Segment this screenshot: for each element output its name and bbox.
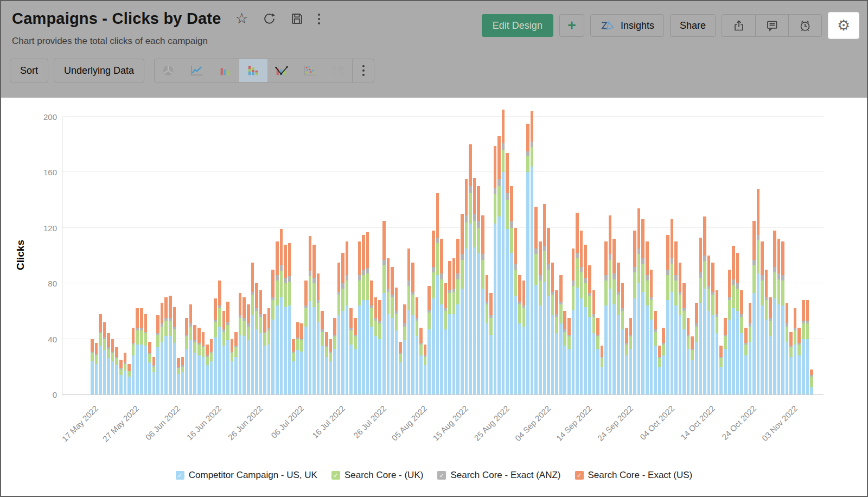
bar-day-148[interactable] [699, 238, 703, 394]
legend-checkbox[interactable]: ✓ [176, 471, 184, 480]
bar-day-109[interactable] [539, 241, 542, 394]
stacked-bar-chart-icon[interactable] [239, 59, 267, 82]
legend-item[interactable]: ✓Search Core - (UK) [331, 470, 423, 481]
bar-day-125[interactable] [604, 241, 608, 394]
bar-day-146[interactable] [691, 336, 694, 394]
bar-day-80[interactable] [419, 328, 423, 394]
legend-item[interactable]: ✓Search Core - Exact (US) [575, 470, 693, 481]
bar-day-18[interactable] [164, 297, 168, 394]
bar-day-110[interactable] [543, 204, 546, 394]
bar-day-158[interactable] [740, 290, 743, 394]
bar-day-56[interactable] [321, 311, 324, 394]
bar-day-113[interactable] [555, 290, 558, 394]
bar-day-170[interactable] [789, 332, 793, 394]
bar-day-160[interactable] [749, 303, 752, 394]
bar-day-60[interactable] [337, 263, 341, 394]
bar-day-46[interactable] [280, 229, 283, 394]
bar-day-27[interactable] [202, 332, 205, 394]
bar-day-97[interactable] [489, 293, 493, 394]
bar-day-85[interactable] [440, 239, 443, 394]
bar-day-79[interactable] [416, 297, 419, 394]
map-chart-icon[interactable] [324, 59, 352, 82]
legend-item[interactable]: ✓Search Core - Exact (ANZ) [437, 470, 560, 481]
legend-checkbox[interactable]: ✓ [437, 471, 446, 480]
bar-day-173[interactable] [802, 300, 805, 394]
bar-day-58[interactable] [329, 339, 333, 394]
bar-day-14[interactable] [148, 342, 151, 394]
bar-day-32[interactable] [222, 311, 226, 394]
bar-day-115[interactable] [563, 311, 566, 394]
bar-day-33[interactable] [226, 302, 229, 394]
bar-day-152[interactable] [716, 290, 719, 394]
bar-day-74[interactable] [395, 288, 398, 394]
bar-day-93[interactable] [473, 178, 476, 394]
bar-day-72[interactable] [387, 258, 390, 394]
bar-day-174[interactable] [806, 300, 809, 394]
bar-day-155[interactable] [728, 270, 731, 394]
bar-day-42[interactable] [263, 314, 266, 394]
bar-day-83[interactable] [432, 231, 435, 394]
bar-day-141[interactable] [671, 219, 674, 394]
bar-day-98[interactable] [494, 146, 497, 394]
insights-button[interactable]: Insights [590, 14, 664, 37]
pie-chart-icon[interactable] [155, 59, 183, 82]
bar-day-100[interactable] [502, 110, 505, 394]
bar-day-44[interactable] [271, 270, 275, 394]
bar-day-63[interactable] [349, 308, 353, 394]
bar-day-26[interactable] [197, 328, 201, 394]
bar-day-132[interactable] [633, 231, 636, 394]
sort-button[interactable]: Sort [10, 59, 48, 82]
bar-day-126[interactable] [609, 215, 612, 394]
bar-day-41[interactable] [259, 290, 263, 394]
bar-day-171[interactable] [794, 308, 797, 394]
alert-icon[interactable] [788, 15, 821, 36]
bar-day-11[interactable] [136, 308, 139, 394]
bar-day-76[interactable] [403, 304, 406, 394]
bar-day-82[interactable] [427, 286, 431, 394]
bar-day-90[interactable] [461, 214, 464, 394]
settings-gear-icon[interactable]: ⚙ [828, 12, 859, 39]
bar-day-69[interactable] [374, 297, 378, 394]
bar-day-12[interactable] [140, 308, 143, 394]
bar-day-138[interactable] [658, 346, 661, 394]
bar-day-147[interactable] [695, 303, 698, 394]
bar-day-103[interactable] [514, 228, 518, 394]
bar-day-13[interactable] [144, 314, 148, 394]
bar-day-117[interactable] [572, 248, 575, 394]
bar-day-7[interactable] [119, 360, 123, 394]
bar-day-6[interactable] [115, 347, 118, 394]
bar-day-35[interactable] [234, 332, 238, 394]
bar-day-51[interactable] [300, 323, 303, 394]
bar-day-172[interactable] [797, 328, 801, 394]
more-vertical-icon[interactable] [318, 14, 320, 24]
bar-day-61[interactable] [341, 253, 344, 394]
bar-day-62[interactable] [346, 241, 349, 394]
bar-day-101[interactable] [506, 153, 509, 394]
bar-day-39[interactable] [251, 263, 254, 394]
legend-checkbox[interactable]: ✓ [331, 471, 340, 480]
bar-day-120[interactable] [584, 245, 587, 394]
bar-day-9[interactable] [127, 364, 131, 394]
bar-day-149[interactable] [703, 216, 706, 394]
bar-day-25[interactable] [193, 325, 196, 394]
bar-day-75[interactable] [399, 342, 402, 394]
bar-day-168[interactable] [781, 241, 784, 394]
bar-day-16[interactable] [156, 315, 159, 394]
bar-day-19[interactable] [169, 296, 172, 394]
bar-day-95[interactable] [481, 215, 484, 394]
bar-day-64[interactable] [354, 318, 357, 394]
bar-day-70[interactable] [378, 300, 381, 394]
bar-day-154[interactable] [724, 318, 727, 394]
bar-day-55[interactable] [317, 273, 320, 394]
bar-day-131[interactable] [629, 318, 633, 394]
bar-day-10[interactable] [132, 328, 135, 394]
bar-day-81[interactable] [424, 345, 427, 394]
bar-day-124[interactable] [601, 346, 604, 394]
bar-day-143[interactable] [679, 263, 682, 394]
bar-day-122[interactable] [592, 290, 596, 394]
bar-day-59[interactable] [333, 318, 336, 394]
bar-day-47[interactable] [284, 245, 287, 394]
bar-day-0[interactable] [91, 339, 94, 394]
bar-day-169[interactable] [786, 303, 789, 394]
edit-design-button[interactable]: Edit Design [482, 14, 553, 37]
